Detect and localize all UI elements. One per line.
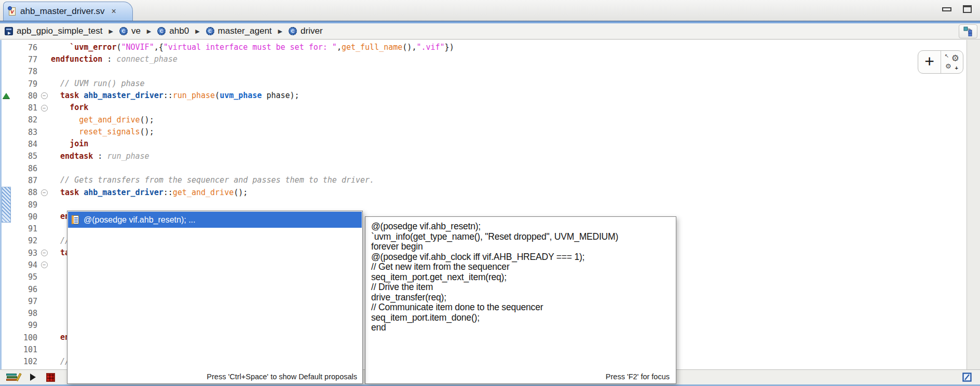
code-text[interactable]: task ahb_master_driver::run_phase(uvm_ph… [51, 90, 965, 102]
code-text[interactable]: reset_signals(); [51, 126, 965, 138]
breadcrumb-arrow-icon: ▶ [147, 28, 151, 35]
dvt-status-icon[interactable] [962, 373, 972, 384]
editor-line[interactable]: 85 endtask : run_phase [0, 150, 965, 162]
grid-icon[interactable] [46, 373, 55, 382]
fold-collapse-icon[interactable]: − [41, 261, 48, 268]
plus-icon: + [955, 65, 958, 71]
code-text[interactable]: get_and_drive(); [51, 114, 965, 126]
preview-code-line: // Communicate item done to the sequence… [371, 302, 676, 313]
plus-icon: + [924, 53, 934, 70]
template-icon [72, 215, 79, 224]
editor-line[interactable]: 86 [0, 162, 965, 174]
library-icon[interactable] [6, 373, 20, 382]
fold-column: − [37, 261, 51, 268]
breadcrumb: apb_gpio_simple_test▶Cve▶Cahb0▶Cmaster_a… [0, 23, 980, 39]
breadcrumb-item-master_agent[interactable]: Cmaster_agent [206, 26, 272, 36]
fold-collapse-icon[interactable]: − [41, 189, 48, 196]
minimize-view-button[interactable] [942, 7, 951, 11]
preview-footer-hint: Press 'F2' for focus [606, 373, 670, 381]
editor-tab-bar: v ahb_master_driver.sv × [0, 0, 980, 21]
line-number: 89 [11, 200, 37, 210]
code-text[interactable]: // UVM run() phase [51, 78, 965, 90]
code-text[interactable]: fork [51, 102, 965, 114]
line-number: 90 [11, 212, 37, 222]
line-number: 95 [11, 272, 37, 282]
line-number: 92 [11, 236, 37, 245]
breadcrumb-item-apb_gpio_simple_test[interactable]: apb_gpio_simple_test [5, 26, 102, 36]
line-number: 88 [11, 188, 37, 197]
code-text[interactable]: task ahb_master_driver::get_and_drive(); [51, 187, 965, 199]
line-number: 100 [11, 333, 37, 342]
range-indicator [2, 187, 11, 223]
preview-code-line: @(posedge vif.ahb_clock iff vif.AHB_HREA… [371, 252, 676, 263]
preview-code-line: @(posedge vif.ahb_resetn); [371, 222, 676, 232]
line-number: 85 [11, 151, 37, 161]
editor-line[interactable]: 79 // UVM run() phase [0, 78, 965, 90]
fold-collapse-icon[interactable]: − [41, 250, 48, 256]
line-number: 101 [11, 345, 37, 354]
line-number: 77 [11, 55, 37, 64]
fold-column: − [37, 250, 51, 256]
breadcrumb-label: ve [131, 26, 141, 36]
line-number: 82 [11, 115, 37, 125]
line-number: 93 [11, 249, 37, 258]
fold-collapse-icon[interactable]: − [41, 105, 48, 112]
breadcrumb-label: driver [301, 26, 323, 36]
line-number: 76 [11, 43, 37, 52]
editor-floating-toolbar: + ⚙ ⚙ ↖ + [918, 50, 963, 74]
proposal-text: @(posedge vif.ahb_resetn); ... [84, 215, 195, 225]
line-number: 97 [11, 297, 37, 306]
breadcrumb-label: ahb0 [169, 26, 189, 36]
breadcrumb-item-driver[interactable]: Cdriver [289, 26, 323, 36]
tab-close-icon[interactable]: × [112, 7, 116, 16]
change-marker-icon [3, 93, 10, 99]
class-icon: C [289, 27, 297, 35]
editor-line[interactable]: 81− fork [0, 102, 965, 114]
template-preview-popup: @(posedge vif.ahb_resetn);`uvm_info(get_… [365, 216, 676, 384]
fold-column: − [37, 189, 51, 196]
line-number: 86 [11, 164, 37, 173]
code-text[interactable]: join [51, 138, 965, 150]
hierarchy-button[interactable] [959, 24, 977, 38]
class-icon: C [119, 27, 128, 35]
editor-line[interactable]: 84 join [0, 138, 965, 150]
preview-code-line: seq_item_port.item_done(); [371, 313, 676, 323]
class-icon: C [206, 27, 214, 35]
tab-ahb-master-driver[interactable]: v ahb_master_driver.sv × [3, 2, 133, 21]
editor-line[interactable]: 80− task ahb_master_driver::run_phase(uv… [0, 90, 965, 102]
settings-button[interactable]: ⚙ ⚙ ↖ + [941, 51, 963, 73]
editor-line[interactable]: 87 // Gets transfers from the sequencer … [0, 174, 965, 186]
code-text[interactable]: endfunction : connect_phase [51, 53, 965, 65]
editor-line[interactable]: 88− task ahb_master_driver::get_and_driv… [0, 187, 965, 199]
breadcrumb-item-ve[interactable]: Cve [119, 26, 141, 36]
add-button[interactable]: + [918, 51, 941, 73]
editor-line[interactable]: 83 reset_signals(); [0, 126, 965, 138]
preview-code-line: drive_transfer(req); [371, 293, 676, 303]
class-icon: C [157, 27, 166, 35]
maximize-view-button[interactable] [963, 5, 972, 13]
fold-collapse-icon[interactable]: − [41, 92, 48, 99]
ide-window: v ahb_master_driver.sv × apb_gpio_simple… [0, 0, 980, 386]
line-number: 83 [11, 128, 37, 137]
breadcrumb-arrow-icon: ▶ [195, 28, 199, 35]
preview-code-line: forever begin [371, 242, 676, 252]
line-number: 78 [11, 67, 37, 76]
editor-line[interactable]: 78 [0, 66, 965, 78]
code-text[interactable]: // Gets transfers from the sequencer and… [51, 174, 965, 186]
gear-icon: ⚙ [945, 63, 951, 70]
editor-line[interactable]: 76 `uvm_error("NOVIF",{"virtual interfac… [0, 42, 965, 53]
play-icon[interactable] [30, 374, 36, 381]
line-number: 84 [11, 140, 37, 149]
editor-line[interactable]: 82 get_and_drive(); [0, 114, 965, 126]
overview-ruler[interactable] [967, 40, 980, 369]
code-text[interactable]: endtask : run_phase [51, 150, 965, 162]
line-number: 102 [11, 357, 37, 366]
fold-column: − [37, 105, 51, 112]
editor-line[interactable]: 89 [0, 199, 965, 211]
code-text[interactable]: `uvm_error("NOVIF",{"virtual interface m… [51, 42, 965, 53]
proposal-footer-hint: Press 'Ctrl+Space' to show Default propo… [207, 373, 357, 381]
proposal-item-selected[interactable]: @(posedge vif.ahb_resetn); ... [68, 212, 362, 228]
editor-line[interactable]: 77endfunction : connect_phase [0, 53, 965, 65]
breadcrumb-item-ahb0[interactable]: Cahb0 [157, 26, 189, 36]
preview-code-line: // Get new item from the sequencer [371, 262, 676, 272]
